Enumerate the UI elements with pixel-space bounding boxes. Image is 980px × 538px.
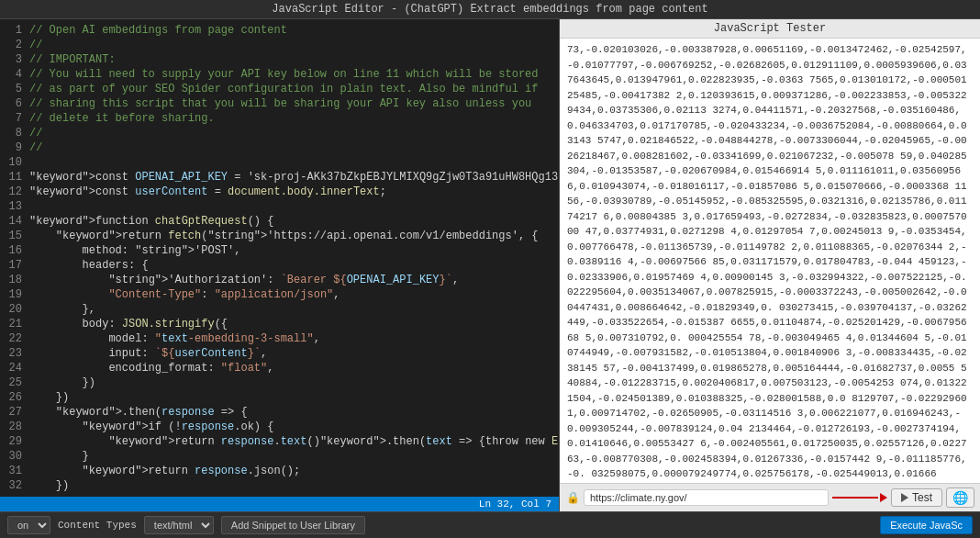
code-line: 27 "keyword">.then(response => { bbox=[0, 405, 559, 420]
mode-select[interactable]: on bbox=[7, 516, 50, 534]
arrow-indicator bbox=[832, 493, 887, 502]
code-line: 10 bbox=[0, 155, 559, 170]
line-content: // sharing this script that you will be … bbox=[29, 96, 559, 111]
line-number: 27 bbox=[0, 405, 29, 420]
line-number: 12 bbox=[0, 185, 29, 199]
main-content: 1// Open AI embeddings from page content… bbox=[0, 19, 980, 511]
arrow-line bbox=[832, 497, 878, 499]
line-content: "string">'Authorization': `Bearer ${OPEN… bbox=[29, 273, 559, 287]
line-content: input: `${userContent}`, bbox=[29, 346, 559, 361]
line-content: "keyword">return response.json(); bbox=[29, 464, 559, 478]
line-content: "keyword">const userContent = document.b… bbox=[29, 185, 559, 199]
title-text: JavaScript Editor - (ChatGPT) Extract em… bbox=[272, 3, 707, 16]
code-line: 30 } bbox=[0, 449, 559, 464]
line-number: 10 bbox=[0, 155, 29, 170]
line-content: // IMPORTANT: bbox=[29, 52, 559, 67]
line-number: 8 bbox=[0, 126, 29, 140]
line-number: 15 bbox=[0, 229, 29, 243]
code-line: 32 }) bbox=[0, 478, 559, 493]
line-number: 9 bbox=[0, 140, 29, 155]
globe-icon: 🌐 bbox=[952, 490, 968, 505]
line-content: // Open AI embeddings from page content bbox=[29, 23, 559, 38]
line-number: 19 bbox=[0, 287, 29, 302]
code-line: 14"keyword">function chatGptRequest() { bbox=[0, 214, 559, 229]
line-content: }) bbox=[29, 390, 559, 405]
code-line: 15 "keyword">return fetch("string">'http… bbox=[0, 229, 559, 243]
line-content: // bbox=[29, 126, 559, 140]
code-line: 29 "keyword">return response.text()"keyw… bbox=[0, 434, 559, 449]
code-status-bar: Ln 32, Col 7 bbox=[0, 497, 559, 511]
code-line: 23 input: `${userContent}`, bbox=[0, 346, 559, 361]
line-number: 3 bbox=[0, 52, 29, 67]
line-number: 7 bbox=[0, 111, 29, 126]
line-content: // as part of your SEO Spider configurat… bbox=[29, 82, 559, 96]
line-content: // bbox=[29, 38, 559, 52]
code-line: 5// as part of your SEO Spider configura… bbox=[0, 82, 559, 96]
line-number: 20 bbox=[0, 302, 29, 317]
line-number: 28 bbox=[0, 420, 29, 434]
code-line: 17 headers: { bbox=[0, 258, 559, 273]
line-number: 1 bbox=[0, 23, 29, 38]
line-content: headers: { bbox=[29, 258, 559, 273]
line-content: body: JSON.stringify({ bbox=[29, 317, 559, 331]
line-content: }) bbox=[29, 478, 559, 493]
line-content: "keyword">if (!response.ok) { bbox=[29, 420, 559, 434]
test-button-label: Test bbox=[912, 491, 932, 504]
line-number: 18 bbox=[0, 273, 29, 287]
line-number: 24 bbox=[0, 361, 29, 375]
code-line: 2// bbox=[0, 38, 559, 52]
js-tester-panel: JavaScript Tester 73,-0.020103026,-0.003… bbox=[560, 19, 980, 511]
tester-url-bar: 🔒 Test 🌐 bbox=[560, 483, 980, 511]
line-number: 25 bbox=[0, 375, 29, 390]
line-number: 14 bbox=[0, 214, 29, 229]
line-content: }, bbox=[29, 302, 559, 317]
line-number: 22 bbox=[0, 331, 29, 346]
line-number: 2 bbox=[0, 38, 29, 52]
code-line: 19 "Content-Type": "application/json", bbox=[0, 287, 559, 302]
execute-button[interactable]: Execute JavaSc bbox=[880, 516, 973, 534]
code-line: 21 body: JSON.stringify({ bbox=[0, 317, 559, 331]
line-number: 13 bbox=[0, 199, 29, 214]
code-editor: 1// Open AI embeddings from page content… bbox=[0, 19, 560, 511]
line-number: 26 bbox=[0, 390, 29, 405]
code-line: 4// You will need to supply your API key… bbox=[0, 67, 559, 82]
arrow-head bbox=[880, 493, 887, 502]
globe-button[interactable]: 🌐 bbox=[946, 488, 974, 508]
line-content: "keyword">const OPENAI_API_KEY = 'sk-pro… bbox=[29, 170, 559, 185]
line-content: method: "string">'POST', bbox=[29, 243, 559, 258]
test-button[interactable]: Test bbox=[891, 488, 942, 507]
line-number: 30 bbox=[0, 449, 29, 464]
code-line: 18 "string">'Authorization': `Bearer ${O… bbox=[0, 273, 559, 287]
line-number: 23 bbox=[0, 346, 29, 361]
add-snippet-button[interactable]: Add Snippet to User Library bbox=[221, 516, 365, 534]
line-number: 29 bbox=[0, 434, 29, 449]
line-content: "Content-Type": "application/json", bbox=[29, 287, 559, 302]
line-number: 6 bbox=[0, 96, 29, 111]
line-content bbox=[29, 155, 559, 170]
code-line: 16 method: "string">'POST', bbox=[0, 243, 559, 258]
code-line: 1// Open AI embeddings from page content bbox=[0, 23, 559, 38]
line-number: 31 bbox=[0, 464, 29, 478]
code-line: 11"keyword">const OPENAI_API_KEY = 'sk-p… bbox=[0, 170, 559, 185]
cursor-position: Ln 32, Col 7 bbox=[479, 499, 551, 510]
code-line: 24 encoding_format: "float", bbox=[0, 361, 559, 375]
code-area[interactable]: 1// Open AI embeddings from page content… bbox=[0, 19, 559, 497]
code-line: 13 bbox=[0, 199, 559, 214]
line-number: 4 bbox=[0, 67, 29, 82]
content-types-label: Content Types bbox=[58, 520, 137, 531]
code-line: 22 model: "text-embedding-3-small", bbox=[0, 331, 559, 346]
line-number: 16 bbox=[0, 243, 29, 258]
code-line: 9// bbox=[0, 140, 559, 155]
url-input[interactable] bbox=[584, 489, 829, 506]
line-content: } bbox=[29, 449, 559, 464]
bottom-toolbar: on Content Types text/html Add Snippet t… bbox=[0, 511, 980, 538]
code-line: 25 }) bbox=[0, 375, 559, 390]
code-line: 26 }) bbox=[0, 390, 559, 405]
content-type-select[interactable]: text/html bbox=[144, 516, 214, 534]
code-line: 20 }, bbox=[0, 302, 559, 317]
line-content bbox=[29, 199, 559, 214]
line-number: 17 bbox=[0, 258, 29, 273]
tester-output[interactable]: 73,-0.020103026,-0.003387928,0.00651169,… bbox=[560, 39, 980, 483]
line-number: 21 bbox=[0, 317, 29, 331]
code-line: 12"keyword">const userContent = document… bbox=[0, 185, 559, 199]
